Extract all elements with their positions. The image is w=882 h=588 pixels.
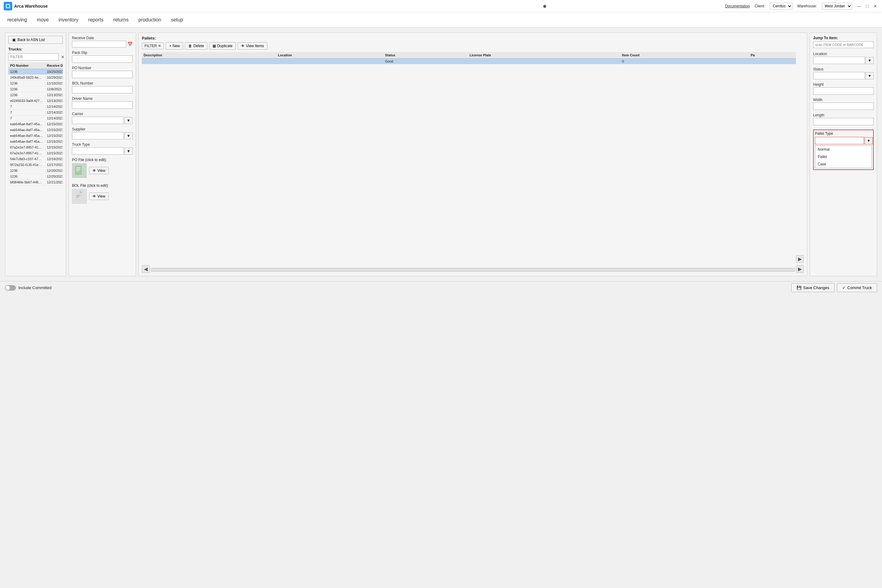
- pallet-type-option-normal[interactable]: Normal: [815, 146, 872, 153]
- nav-move[interactable]: move: [37, 16, 49, 24]
- jump-to-item-input[interactable]: [813, 41, 874, 48]
- back-to-asn-button[interactable]: ▣ Back to ASN List: [8, 36, 63, 44]
- status-input[interactable]: Good: [813, 72, 865, 80]
- table-row[interactable]: 1236 12/13/2021 3:06:31 PM 301: [8, 92, 63, 98]
- cell-date: 12/15/2021 10:27:36 PM: [45, 144, 63, 150]
- po-number-input[interactable]: 1236: [72, 71, 133, 78]
- table-row[interactable]: 67a2e2e7-8957-41cd-be97-280c3aace523 12/…: [8, 144, 63, 150]
- calendar-icon[interactable]: 📅: [128, 42, 133, 46]
- pallets-duplicate-button[interactable]: ▦ Duplicate: [209, 42, 236, 50]
- table-row[interactable]: e0245033-9a0f-4275-92e2-e9e1ef2169b2 12/…: [8, 98, 63, 104]
- driver-name-group: Driver Name DPETERS: [72, 96, 133, 109]
- pallets-scroll-left[interactable]: ◀: [142, 265, 150, 273]
- table-row[interactable]: Good 0: [142, 58, 796, 64]
- pallets-delete-button[interactable]: 🗑 Delete: [185, 42, 207, 50]
- view-icon-2: 👁: [93, 194, 96, 198]
- table-row[interactable]: bf0846fe-5b67-4454-bb27-24f83322836d 12/…: [8, 180, 63, 185]
- table-row[interactable]: 1236 12/20/2021 9:22:58 PM 324: [8, 174, 63, 180]
- bol-number-input[interactable]: 123: [72, 86, 133, 93]
- table-row[interactable]: 67a2e2e7-8957-41cd-be97-280c3aace523 12/…: [8, 150, 63, 156]
- pallets-scroll-right[interactable]: ▶: [796, 255, 804, 263]
- height-input[interactable]: 58: [813, 87, 874, 94]
- location-dropdown-icon[interactable]: ▼: [866, 57, 874, 64]
- table-row[interactable]: 1236 12/20/2021 9:22:47 PM 324: [8, 168, 63, 174]
- cell-po: bf0846fe-5b67-4454-bb27-24f83322836d: [8, 180, 45, 185]
- pallet-type-input[interactable]: [815, 137, 864, 144]
- driver-name-input[interactable]: DPETERS: [72, 101, 133, 109]
- width-input[interactable]: 40: [813, 103, 874, 110]
- client-select[interactable]: Cerritus: [770, 3, 792, 9]
- carrier-dropdown-icon[interactable]: ▼: [124, 117, 133, 124]
- cell-date: 12/20/2021 9:22:58 PM: [45, 174, 63, 180]
- commit-truck-button[interactable]: ✓ Commit Truck: [837, 283, 877, 292]
- trucks-panel: ▣ Back to ASN List Trucks: ✕ + New 🗑 Del…: [5, 33, 66, 276]
- nav-receiving[interactable]: receiving: [8, 16, 27, 24]
- pallets-view-items-button[interactable]: 👁 View Items: [238, 42, 267, 50]
- pallet-type-dropdown-icon[interactable]: ▼: [864, 137, 873, 144]
- supplier-dropdown-icon[interactable]: ▼: [124, 132, 133, 140]
- view-items-icon: 👁: [241, 44, 245, 48]
- pack-slip-input[interactable]: 123: [72, 56, 133, 63]
- table-row[interactable]: 7 12/14/2021 8:04:54 PM 304: [8, 110, 63, 116]
- receive-date-input[interactable]: 10/25/2021 12:03:00 PM: [72, 41, 126, 48]
- main-content: ▣ Back to ASN List Trucks: ✕ + New 🗑 Del…: [0, 28, 882, 281]
- trucks-table-container[interactable]: PO Number Receive Date Lo 1236 10/25/202…: [8, 63, 63, 273]
- maximize-button[interactable]: □: [865, 4, 870, 9]
- table-row[interactable]: eab546ae-8af7-45a8-9518-3fb5ecc0df0d 12/…: [8, 121, 63, 127]
- po-file-thumbnail[interactable]: [72, 163, 87, 178]
- table-row[interactable]: 7 12/14/2021 5:40:55 PM 303: [8, 104, 63, 110]
- save-changes-button[interactable]: 💾 Save Changes: [791, 283, 834, 292]
- po-file-row: 👁 View: [72, 163, 133, 178]
- table-row[interactable]: 0f72a150-f135-41e8-85b1-67d748fa984a 12/…: [8, 162, 63, 168]
- length-group: Length 48: [813, 113, 874, 125]
- carrier-input[interactable]: Bob Sager: [72, 117, 124, 124]
- toggle-track[interactable]: [5, 285, 16, 291]
- pallets-table-container[interactable]: Description Location Status License Plat…: [142, 52, 796, 264]
- truck-type-input[interactable]: [72, 147, 124, 154]
- pallet-type-option-pallet[interactable]: Pallet: [815, 153, 872, 160]
- warehouse-select[interactable]: West Jordan: [822, 3, 852, 9]
- table-row[interactable]: 54e7c8d3-c337-47dc-860d-d74c683af932 12/…: [8, 156, 63, 162]
- include-committed-toggle[interactable]: Include Committed: [5, 285, 51, 291]
- length-input[interactable]: 48: [813, 118, 874, 125]
- bottom-bar: Include Committed 💾 Save Changes ✓ Commi…: [0, 281, 882, 294]
- bol-file-group: BOL File (click to edit): 👁 View: [72, 183, 133, 206]
- truck-type-dropdown-icon[interactable]: ▼: [124, 148, 133, 154]
- documentation-link[interactable]: Documentation: [725, 4, 750, 8]
- pallet-type-option-case[interactable]: Case: [815, 160, 872, 168]
- trucks-filter-clear[interactable]: ✕: [60, 54, 66, 59]
- bol-file-thumbnail[interactable]: [72, 189, 87, 204]
- po-file-view-button[interactable]: 👁 View: [89, 167, 109, 174]
- nav-production[interactable]: production: [138, 16, 161, 24]
- status-dropdown-icon[interactable]: ▼: [866, 72, 874, 80]
- height-label: Height: [813, 82, 874, 87]
- pallets-hscrollbar[interactable]: [151, 268, 795, 272]
- svg-rect-9: [76, 196, 80, 197]
- table-row[interactable]: eab546ae-8af7-45a8-9518-3fb5ecc0df0d 12/…: [8, 139, 63, 144]
- supplier-input[interactable]: carrierNameTest: [72, 132, 124, 140]
- titlebar-center: ●: [364, 2, 725, 10]
- table-row[interactable]: 1236 12/8/2021 11:33:35 PM 279: [8, 86, 63, 92]
- nav-returns[interactable]: returns: [113, 16, 129, 24]
- table-row[interactable]: 1236 10/25/2021 12:03:00 PM 315: [8, 69, 63, 75]
- table-row[interactable]: 1236 11/10/2021 11:24:00 AM 863: [8, 81, 63, 86]
- close-button[interactable]: ✕: [872, 4, 878, 9]
- cell-date: 12/17/2021 10:01:54 AM: [45, 162, 63, 168]
- pallets-new-button[interactable]: + New: [166, 42, 183, 50]
- table-row[interactable]: eab546ae-8af7-45a8-9518-3fb5ecc0df0d 12/…: [8, 133, 63, 139]
- app-name: Arca Warehouse: [14, 4, 48, 9]
- pallets-filter-pill[interactable]: FILTER ✕: [142, 43, 164, 49]
- nav-inventory[interactable]: inventory: [58, 16, 78, 24]
- trucks-filter-input[interactable]: [8, 53, 58, 61]
- location-input[interactable]: [813, 57, 865, 64]
- filter-clear-icon[interactable]: ✕: [158, 44, 161, 48]
- truck-type-group: Truck Type ▼: [72, 142, 133, 154]
- minimize-button[interactable]: —: [856, 4, 862, 9]
- table-row[interactable]: eab546ae-8af7-45a8-9518-3fb5ecc0df0d 12/…: [8, 127, 63, 133]
- nav-setup[interactable]: setup: [171, 16, 183, 24]
- table-row[interactable]: 249c85a0-5922-4e83-8ac2-83a923467cef 10/…: [8, 75, 63, 81]
- nav-reports[interactable]: reports: [88, 16, 104, 24]
- pallets-scroll-right-2[interactable]: ▶: [796, 265, 804, 273]
- bol-file-view-button[interactable]: 👁 View: [89, 193, 109, 200]
- table-row[interactable]: 7 12/14/2021 8:09:58 PM 304: [8, 116, 63, 121]
